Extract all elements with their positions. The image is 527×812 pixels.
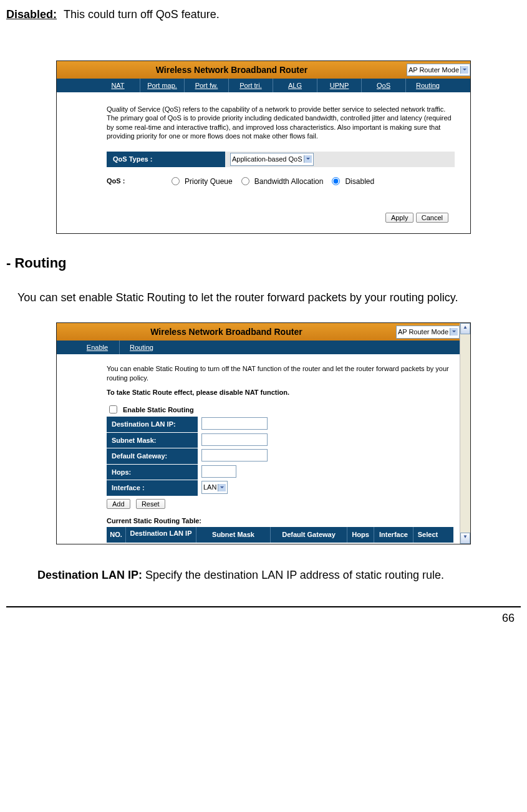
dest-row: Destination LAN IP: <box>107 417 453 432</box>
if-select[interactable]: LAN <box>201 481 228 494</box>
table-title: Current Static Routing Table: <box>107 516 453 526</box>
routing-heading: - Routing <box>6 253 521 273</box>
radio-disabled-label: Disabled <box>345 176 374 187</box>
apply-button[interactable]: Apply <box>385 213 414 223</box>
routing-table-header: NO. Destination LAN IP Subnet Mask Defau… <box>107 527 453 543</box>
qos-label: QoS : <box>107 176 163 186</box>
hops-input[interactable] <box>201 465 236 478</box>
tab-routing[interactable]: Routing <box>406 79 450 92</box>
page-footer: 66 <box>6 606 521 627</box>
th-hops: Hops <box>347 527 374 543</box>
radio-priority-label: Priority Queue <box>185 176 233 187</box>
hops-row: Hops: <box>107 465 453 480</box>
mode-select[interactable]: AP Router Mode <box>407 64 470 77</box>
tab-routing2[interactable]: Routing <box>120 341 163 354</box>
enable-checkbox[interactable] <box>109 405 117 413</box>
chevron-down-icon <box>304 155 312 163</box>
routing-content: You can enable Static Routing to turn of… <box>57 354 460 544</box>
page-number: 66 <box>502 612 515 624</box>
tab-porttri[interactable]: Port tri. <box>229 79 273 92</box>
qos-content: Quality of Service (QoS) refers to the c… <box>57 92 470 233</box>
routing-topbar: Wireless Network Broadband Router AP Rou… <box>57 323 460 341</box>
routing-btn-row: Add Reset <box>107 498 453 510</box>
th-mask: Subnet Mask <box>196 527 271 543</box>
field-def-text: Specify the destination LAN IP address o… <box>142 569 444 581</box>
tab-nat[interactable]: NAT <box>96 79 140 92</box>
qos-radio-row: QoS : Priority Queue Bandwidth Allocatio… <box>107 176 455 187</box>
mask-input[interactable] <box>201 433 268 446</box>
th-sel: Select <box>413 527 442 543</box>
th-ip: Destination LAN IP <box>126 527 196 543</box>
if-row: Interface : LAN <box>107 480 453 496</box>
chevron-down-icon <box>450 328 458 336</box>
scroll-track[interactable] <box>460 334 470 533</box>
qos-types-label: QoS Types : <box>107 152 225 167</box>
routing-description: You can enable Static Routing to turn of… <box>107 364 453 382</box>
dest-input[interactable] <box>201 417 268 430</box>
chevron-down-icon <box>460 66 468 74</box>
radio-bandwidth-label: Bandwidth Allocation <box>254 176 324 187</box>
routing-note: To take Static Route effect, please disa… <box>107 387 453 398</box>
field-definition: Destination LAN IP: Specify the destinat… <box>37 563 490 588</box>
tab-portmap[interactable]: Port map. <box>140 79 185 92</box>
qos-description: Quality of Service (QoS) refers to the c… <box>107 105 455 140</box>
tab-enable[interactable]: Enable <box>75 341 120 354</box>
tab-qos[interactable]: QoS <box>362 79 406 92</box>
tab-alg[interactable]: ALG <box>273 79 317 92</box>
th-no: NO. <box>107 527 126 543</box>
mask-row: Subnet Mask: <box>107 433 453 448</box>
routing-screenshot: Wireless Network Broadband Router AP Rou… <box>56 322 471 544</box>
radio-disabled[interactable] <box>332 177 340 185</box>
tab-portfw[interactable]: Port fw. <box>185 79 229 92</box>
disabled-line: Disabled: This could turn off QoS featur… <box>6 6 521 23</box>
hops-label: Hops: <box>107 465 198 480</box>
dest-label: Destination LAN IP: <box>107 417 198 432</box>
routing-desc: You can set enable Static Routing to let… <box>6 286 521 311</box>
field-def-label: Destination LAN IP: <box>37 569 142 581</box>
reset-button[interactable]: Reset <box>136 499 165 509</box>
th-if: Interface <box>374 527 413 543</box>
routing-mode-select[interactable]: AP Router Mode <box>396 326 460 339</box>
cancel-button[interactable]: Cancel <box>416 213 448 223</box>
qos-screenshot: Wireless Network Broadband Router AP Rou… <box>56 60 471 234</box>
if-label: Interface : <box>107 480 198 496</box>
qos-types-select-value: Application-based QoS <box>232 154 302 165</box>
routing-title: Wireless Network Broadband Router <box>57 326 396 339</box>
add-button[interactable]: Add <box>107 499 130 509</box>
gw-input[interactable] <box>201 449 268 462</box>
mask-label: Subnet Mask: <box>107 433 198 448</box>
qos-types-select[interactable]: Application-based QoS <box>230 153 314 166</box>
mode-select-value: AP Router Mode <box>409 65 459 75</box>
disabled-label: Disabled: <box>6 8 57 21</box>
th-gw: Default Gateway <box>271 527 347 543</box>
radio-bandwidth[interactable] <box>241 177 249 185</box>
qos-types-row: QoS Types : Application-based QoS <box>107 152 455 167</box>
disabled-text: This could turn off QoS feature. <box>64 8 220 21</box>
vertical-scrollbar[interactable]: ▲ ▼ <box>460 323 470 544</box>
qos-tabs: NAT Port map. Port fw. Port tri. ALG UPN… <box>57 79 470 92</box>
radio-priority[interactable] <box>172 177 180 185</box>
scroll-up-icon[interactable]: ▲ <box>460 323 470 334</box>
gw-label: Default Gateway: <box>107 448 198 464</box>
routing-tabs: Enable Routing <box>57 341 460 354</box>
routing-mode-value: AP Router Mode <box>398 327 448 337</box>
qos-title: Wireless Network Broadband Router <box>57 64 407 77</box>
if-value: LAN <box>203 482 216 493</box>
enable-row: Enable Static Routing <box>107 404 453 415</box>
scroll-down-icon[interactable]: ▼ <box>460 533 470 544</box>
routing-scroll-area: Wireless Network Broadband Router AP Rou… <box>57 323 460 544</box>
enable-label: Enable Static Routing <box>123 405 194 415</box>
qos-button-row: Apply Cancel <box>107 212 455 223</box>
gw-row: Default Gateway: <box>107 448 453 464</box>
tab-upnp[interactable]: UPNP <box>317 79 362 92</box>
qos-types-value-cell: Application-based QoS <box>225 152 319 167</box>
qos-topbar: Wireless Network Broadband Router AP Rou… <box>57 61 470 79</box>
chevron-down-icon <box>218 484 226 491</box>
